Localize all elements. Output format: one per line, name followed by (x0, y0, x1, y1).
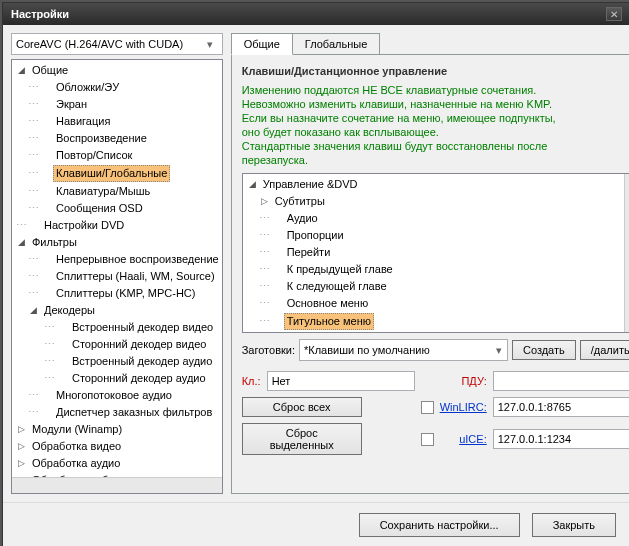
tree-item[interactable]: ◢Фильтры (12, 234, 222, 251)
tree-item[interactable]: ⋯Встроенный декодер видео (12, 319, 222, 336)
tab-general[interactable]: Общие (231, 33, 293, 55)
tree-item[interactable]: ⋯Сторонний декодер видео (12, 336, 222, 353)
templates-combo[interactable]: *Клавиши по умолчанию ▾ (299, 339, 508, 361)
tree-leaf-icon (40, 390, 51, 401)
tree-item[interactable]: ⋯К следующей главе (243, 278, 629, 295)
tree-item-label: Повтор/Список (53, 148, 135, 163)
tree-leaf-icon (40, 99, 51, 110)
tree-item-label: К следующей главе (284, 279, 390, 294)
expand-icon[interactable]: ▷ (259, 196, 270, 207)
winlirc-link[interactable]: WinLIRC: (440, 401, 487, 413)
tree-item-label: Клавиатура/Мышь (53, 184, 153, 199)
uice-checkbox[interactable] (421, 433, 434, 446)
reset-selected-button[interactable]: Сброс выделенных (242, 423, 362, 455)
tree-item[interactable]: ⋯Обложки/ЭУ (12, 79, 222, 96)
settings-tree[interactable]: ◢Общие⋯Обложки/ЭУ⋯Экран⋯Навигация⋯Воспро… (11, 59, 223, 494)
tree-item-label: Перейти (284, 245, 334, 260)
tree-leaf-icon (40, 254, 51, 265)
tree-item[interactable]: ▷Модули (Winamp) (12, 421, 222, 438)
chevron-down-icon: ▾ (202, 38, 218, 51)
decoder-combo-value: CoreAVC (H.264/AVC with CUDA) (16, 38, 183, 50)
tree-item-label: Фильтры (29, 235, 80, 250)
settings-window: Настройки ✕ CoreAVC (H.264/AVC with CUDA… (2, 2, 629, 546)
uice-input[interactable] (493, 429, 629, 449)
remote-input[interactable] (493, 371, 629, 391)
tree-item-label: Управление &DVD (260, 177, 361, 192)
uice-link[interactable]: uICE: (440, 433, 487, 445)
tree-item[interactable]: ⋯Сообщения OSD (12, 200, 222, 217)
tree-item[interactable]: ⋯Непрерывное воспроизведение (12, 251, 222, 268)
expand-icon[interactable]: ▷ (16, 458, 27, 469)
tree-item[interactable]: ⋯Перейти (243, 244, 629, 261)
tree-item[interactable]: ◢Декодеры (12, 302, 222, 319)
tree-item[interactable]: ⋯Воспроизведение (12, 130, 222, 147)
tree-item-label: Навигация (53, 114, 113, 129)
tree-item[interactable]: ◢Управление &DVD (243, 176, 629, 193)
key-input[interactable] (267, 371, 415, 391)
create-button[interactable]: Создать (512, 340, 576, 360)
delete-button[interactable]: /далить (580, 340, 629, 360)
tree-item-label: Обработка видео (29, 439, 124, 454)
reset-all-button[interactable]: Сброс всех (242, 397, 362, 417)
section-title: Клавиши/Дистанционное управление (242, 65, 629, 77)
tree-item[interactable]: ⋯Экран (12, 96, 222, 113)
remote-label: ПДУ: (440, 375, 487, 387)
tree-item[interactable]: ⋯Диспетчер заказных фильтров (12, 404, 222, 421)
tree-leaf-icon (40, 82, 51, 93)
tree-item[interactable]: ⋯Клавиатура/Мышь (12, 183, 222, 200)
close-button[interactable]: Закрыть (532, 513, 616, 537)
winlirc-input[interactable] (493, 397, 629, 417)
collapse-icon[interactable]: ◢ (16, 65, 27, 76)
tree-item[interactable]: ⋯Титульное меню (243, 312, 629, 331)
save-settings-button[interactable]: Сохранить настройки... (359, 513, 520, 537)
tree-item[interactable]: ⋯Сторонний декодер аудио (12, 370, 222, 387)
tree-item-label: Сторонний декодер видео (69, 337, 209, 352)
tree-leaf-icon (271, 247, 282, 258)
tree-item[interactable]: ⋯Пропорции (243, 227, 629, 244)
chevron-down-icon: ▾ (491, 344, 507, 357)
tree-item-label: Экран (53, 97, 90, 112)
tree-item[interactable]: ⋯Многопотоковое аудио (12, 387, 222, 404)
tree-item[interactable]: ⋯Аудио (243, 210, 629, 227)
tree-item[interactable]: ▷Обработка аудио (12, 455, 222, 472)
tree-item[interactable]: ⋯Встроенный декодер аудио (12, 353, 222, 370)
tree-leaf-icon (271, 281, 282, 292)
decoder-combo[interactable]: CoreAVC (H.264/AVC with CUDA) ▾ (11, 33, 223, 55)
tree-item[interactable]: ⋯Повтор/Список (12, 147, 222, 164)
commands-tree[interactable]: ◢Управление &DVD▷Субтитры⋯Аудио⋯Пропорци… (242, 173, 629, 333)
tree-item[interactable]: ⋯Сплиттеры (KMP, MPC-HC) (12, 285, 222, 302)
tree-item-label: Встроенный декодер аудио (69, 354, 215, 369)
collapse-icon[interactable]: ◢ (247, 179, 258, 190)
tree-leaf-icon (40, 116, 51, 127)
expand-icon[interactable]: ▷ (16, 441, 27, 452)
tab-global[interactable]: Глобальные (292, 33, 380, 55)
tree-leaf-icon (40, 133, 51, 144)
tree-item[interactable]: ⋯Сплиттеры (Haali, WM, Source) (12, 268, 222, 285)
expand-icon[interactable]: ▷ (16, 424, 27, 435)
titlebar: Настройки ✕ (3, 3, 629, 25)
winlirc-checkbox[interactable] (421, 401, 434, 414)
tree-leaf-icon (271, 316, 282, 327)
collapse-icon[interactable]: ◢ (28, 305, 39, 316)
collapse-icon[interactable]: ◢ (16, 237, 27, 248)
horizontal-scrollbar[interactable] (12, 477, 222, 493)
tree-leaf-icon (271, 264, 282, 275)
tree-item-label: Сообщения OSD (53, 201, 146, 216)
tree-item[interactable]: ◢Общие (12, 62, 222, 79)
tree-item-label: Основное меню (284, 296, 371, 311)
tree-item[interactable]: ▷Обработка видео (12, 438, 222, 455)
tree-leaf-icon (40, 407, 51, 418)
tree-item[interactable]: ⋯Навигация (12, 113, 222, 130)
tree-item[interactable]: ⋯Основное меню (243, 295, 629, 312)
tree-item[interactable]: ⋯К предыдущей главе (243, 261, 629, 278)
tree-item-label: Непрерывное воспроизведение (53, 252, 222, 267)
tree-item-label: Пропорции (284, 228, 347, 243)
tree-leaf-icon (40, 203, 51, 214)
tree-leaf-icon (40, 186, 51, 197)
tree-item-label: Обложки/ЭУ (53, 80, 122, 95)
close-icon[interactable]: ✕ (606, 7, 622, 21)
tree-item[interactable]: ⋯Клавиши/Глобальные (12, 164, 222, 183)
tree-item[interactable]: ▷Субтитры (243, 193, 629, 210)
tree-item[interactable]: ⋯Настройки DVD (12, 217, 222, 234)
vertical-scrollbar[interactable] (624, 174, 629, 332)
